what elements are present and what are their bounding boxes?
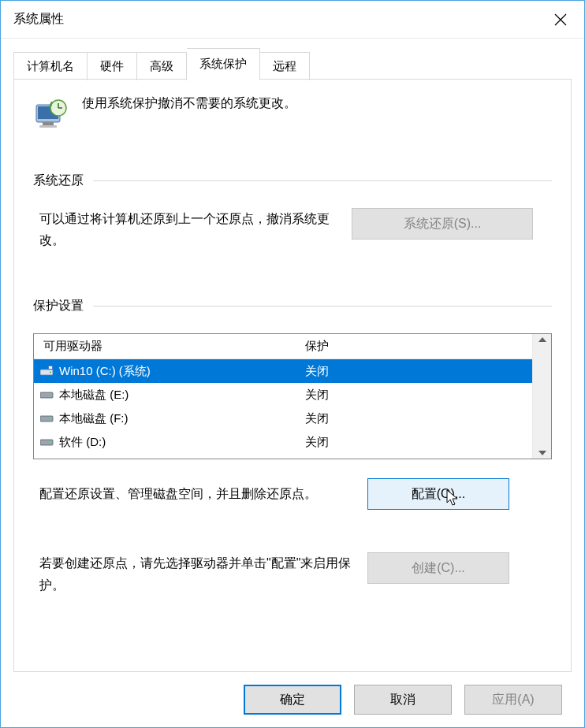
tab-remote[interactable]: 远程 [260,52,310,80]
drive-icon [40,366,54,377]
drive-list-header: 可用驱动器 保护 [34,334,532,359]
drive-row[interactable]: Win10 (C:) (系统) 关闭 [34,359,532,383]
tab-hardware[interactable]: 硬件 [88,52,137,80]
vertical-scrollbar[interactable] [532,334,551,459]
drive-name: 本地磁盘 (F:) [59,411,129,426]
configure-description: 配置还原设置、管理磁盘空间，并且删除还原点。 [39,486,355,503]
restore-description: 可以通过将计算机还原到上一个还原点，撤消系统更改。 [39,208,339,251]
drive-name: 本地磁盘 (E:) [59,388,129,403]
tab-system-protection[interactable]: 系统保护 [187,48,260,80]
divider-line [93,306,552,306]
titlebar: 系统属性 [1,1,584,39]
create-button[interactable]: 创建(C)... [367,552,509,584]
restore-row: 可以通过将计算机还原到上一个还原点，撤消系统更改。 系统还原(S)... [33,208,552,251]
divider-line [93,180,552,181]
drive-list-inner: 可用驱动器 保护 Win10 (C:) (系统) [34,334,532,459]
protection-heading: 保护设置 [33,298,84,314]
panel-outer: 使用系统保护撤消不需要的系统更改。 系统还原 可以通过将计算机还原到上一个还原点… [1,80,584,672]
column-header-drive[interactable]: 可用驱动器 [34,339,302,354]
drive-row[interactable]: 本地磁盘 (E:) 关闭 [34,383,532,407]
column-header-protection[interactable]: 保护 [302,339,532,354]
svg-point-19 [50,442,51,444]
drive-row[interactable]: 本地磁盘 (F:) 关闭 [34,407,532,430]
cancel-button[interactable]: 取消 [354,685,452,715]
dialog-footer: 确定 取消 应用(A) [1,672,584,727]
tab-strip: 计算机名 硬件 高级 系统保护 远程 [1,39,584,80]
drive-icon [40,413,54,424]
svg-point-11 [50,372,51,373]
create-row: 若要创建还原点，请先选择驱动器并单击"配置"来启用保护。 创建(C)... [33,552,552,595]
restore-section-header: 系统还原 [33,173,552,189]
svg-point-15 [50,395,51,396]
drive-cell: Win10 (C:) (系统) [34,364,302,379]
drive-status: 关闭 [302,388,532,403]
protection-section-header: 保护设置 [33,298,552,314]
intro-text: 使用系统保护撤消不需要的系统更改。 [82,94,296,112]
window-title: 系统属性 [13,11,540,28]
intro-row: 使用系统保护撤消不需要的系统更改。 [33,94,552,132]
drive-icon [40,436,54,448]
tab-computer-name[interactable]: 计算机名 [13,52,88,80]
system-protection-icon [33,97,68,132]
tab-advanced[interactable]: 高级 [137,52,187,80]
create-description: 若要创建还原点，请先选择驱动器并单击"配置"来启用保护。 [39,552,355,595]
ok-button[interactable]: 确定 [244,685,341,715]
system-properties-window: 系统属性 计算机名 硬件 高级 系统保护 远程 [0,0,585,728]
drive-list: 可用驱动器 保护 Win10 (C:) (系统) [33,333,552,459]
drive-status: 关闭 [302,411,532,426]
apply-button[interactable]: 应用(A) [464,685,562,715]
system-protection-panel: 使用系统保护撤消不需要的系统更改。 系统还原 可以通过将计算机还原到上一个还原点… [13,80,572,672]
svg-rect-13 [49,366,52,369]
drive-cell: 本地磁盘 (F:) [34,411,302,426]
drive-name: 软件 (D:) [59,435,106,450]
configure-row: 配置还原设置、管理磁盘空间，并且删除还原点。 配置(O)... [33,478,552,510]
configure-button-wrap: 配置(O)... [367,478,509,510]
drive-status: 关闭 [302,435,532,450]
svg-point-17 [50,418,51,420]
drive-name: Win10 (C:) (系统) [59,364,151,379]
drive-icon [40,389,54,400]
svg-rect-5 [39,125,57,128]
svg-rect-4 [43,122,54,125]
drive-cell: 软件 (D:) [34,435,302,450]
drive-cell: 本地磁盘 (E:) [34,388,302,403]
drive-row[interactable]: 软件 (D:) 关闭 [34,430,532,454]
close-button[interactable] [540,1,581,39]
system-restore-button[interactable]: 系统还原(S)... [352,208,533,240]
restore-heading: 系统还原 [33,173,84,189]
scroll-down-icon[interactable] [538,451,546,455]
tab-strip-border [13,79,572,80]
drive-status: 关闭 [302,364,532,379]
configure-button[interactable]: 配置(O)... [367,478,509,510]
close-icon [554,13,567,26]
scroll-up-icon[interactable] [538,337,546,342]
